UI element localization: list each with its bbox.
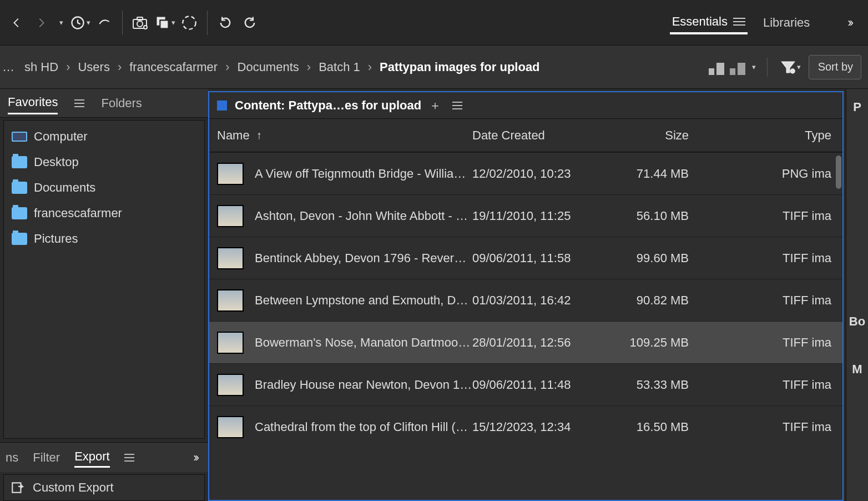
workspace-menu-icon[interactable] <box>733 16 745 28</box>
more-bottom-tabs[interactable]: ›› <box>193 450 197 465</box>
cell-size: 90.82 MB <box>600 293 705 308</box>
favorites-menu-icon[interactable] <box>74 99 84 107</box>
tab-favorites[interactable]: Favorites <box>8 92 58 114</box>
more-workspaces-button[interactable]: ›› <box>847 16 851 30</box>
favorites-item[interactable]: Computer <box>4 124 204 149</box>
scrollbar-thumb[interactable] <box>836 156 841 189</box>
collapsed-panel-bo[interactable]: Bo <box>849 314 865 329</box>
tab-truncated[interactable]: ns <box>6 450 18 465</box>
collapsed-panel-p[interactable]: P <box>853 100 861 114</box>
cell-date: 01/03/2011, 16:42 <box>472 293 600 308</box>
col-header-size[interactable]: Size <box>600 128 705 143</box>
cell-size: 56.10 MB <box>600 209 705 223</box>
favorites-item[interactable]: Documents <box>4 175 204 201</box>
favorites-item-label: Documents <box>34 181 95 195</box>
cell-name: Between Lympstone and Exmouth, Dev… <box>255 293 472 308</box>
tab-folders[interactable]: Folders <box>101 93 142 114</box>
get-photos-button[interactable] <box>128 11 153 35</box>
bc-divider <box>767 58 768 77</box>
rotate-cw-button[interactable] <box>238 11 262 35</box>
nav-forward-button[interactable] <box>29 11 53 35</box>
thumbnail-icon <box>217 374 244 396</box>
table-row[interactable]: A View off Teignmouth Bridge - William…1… <box>209 152 842 194</box>
export-menu-icon[interactable] <box>124 454 134 462</box>
cell-name: Bowerman's Nose, Manaton Dartmoor -… <box>255 335 472 350</box>
cell-size: 71.44 MB <box>600 167 705 181</box>
breadcrumb-root[interactable]: sh HD <box>21 60 62 74</box>
table-row[interactable]: Cathedral from the top of Clifton Hill (… <box>209 405 842 448</box>
bottom-panel-tabs: ns Filter Export ›› <box>0 442 208 472</box>
cell-name: Cathedral from the top of Clifton Hill (… <box>255 420 472 434</box>
folder-icon <box>12 207 27 219</box>
workspace-essentials-label: Essentials <box>672 14 728 29</box>
svg-point-11 <box>791 69 795 73</box>
content-title: Content: Pattypa…es for upload <box>235 98 421 113</box>
breadcrumb-item[interactable]: Documents <box>234 60 302 74</box>
thumb-quality-icon[interactable] <box>709 59 724 75</box>
sort-asc-icon: ↑ <box>256 129 262 142</box>
tab-export[interactable]: Export <box>74 447 110 468</box>
cell-date: 19/11/2010, 11:25 <box>472 209 600 223</box>
content-header: Content: Pattypa…es for upload ＋ <box>209 92 842 119</box>
cell-size: 99.60 MB <box>600 251 705 265</box>
sort-button[interactable]: Sort by <box>809 55 861 79</box>
cell-date: 15/12/2023, 12:34 <box>472 420 600 434</box>
nav-dropdown[interactable]: ▾ <box>53 11 68 35</box>
table-row[interactable]: Ashton, Devon - John White Abbott - 46…1… <box>209 194 842 237</box>
boomerang-button[interactable] <box>92 11 117 35</box>
chevron-right-icon: › <box>118 60 122 74</box>
svg-point-9 <box>183 16 195 29</box>
cell-type: TIFF ima <box>705 420 835 434</box>
chevron-right-icon: › <box>66 60 70 74</box>
content-column-headers: Name ↑ Date Created Size Type <box>209 119 842 152</box>
filter-button[interactable]: ▾ <box>779 55 803 79</box>
add-tab-button[interactable]: ＋ <box>429 97 441 114</box>
breadcrumb-item[interactable]: Users <box>74 60 113 74</box>
recent-button[interactable]: ▾ <box>68 11 92 35</box>
rotate-ccw-button[interactable] <box>213 11 238 35</box>
toolbar-divider <box>122 11 123 35</box>
nav-back-button[interactable] <box>4 11 29 35</box>
collapsed-panel-m[interactable]: M <box>852 362 862 377</box>
aperture-button[interactable] <box>177 11 201 35</box>
left-column: Favorites Folders ComputerDesktopDocumen… <box>0 89 208 501</box>
folder-icon <box>12 233 27 245</box>
table-row[interactable]: Bowerman's Nose, Manaton Dartmoor -…28/0… <box>209 321 842 363</box>
cell-type: TIFF ima <box>705 293 835 308</box>
cell-name: Bentinck Abbey, Devon 1796 - Reverend… <box>255 251 472 265</box>
col-header-type[interactable]: Type <box>705 128 835 143</box>
favorites-panel-tabs: Favorites Folders <box>0 89 208 118</box>
cell-date: 12/02/2010, 10:23 <box>472 167 600 181</box>
main-toolbar: ▾ ▾ ▾ Essentials Libraries ›› <box>0 0 868 46</box>
breadcrumb-item[interactable]: francescafarmer <box>126 60 221 74</box>
breadcrumb-item[interactable]: Batch 1 <box>315 60 364 74</box>
cell-size: 16.50 MB <box>600 420 705 434</box>
custom-export-button[interactable]: Custom Export <box>33 480 114 495</box>
thumbnail-icon <box>217 332 244 354</box>
toolbar-divider-2 <box>207 11 208 35</box>
selection-indicator-icon[interactable] <box>217 101 227 111</box>
table-row[interactable]: Bradley House near Newton, Devon 17…09/0… <box>209 363 842 405</box>
favorites-item[interactable]: francescafarmer <box>4 201 204 226</box>
breadcrumb-current[interactable]: Pattypan images for upload <box>376 60 543 74</box>
breadcrumb-ellipsis[interactable]: … <box>0 60 17 74</box>
favorites-item[interactable]: Desktop <box>4 149 204 175</box>
workspace-libraries[interactable]: Libraries <box>761 12 812 33</box>
table-row[interactable]: Bentinck Abbey, Devon 1796 - Reverend…09… <box>209 237 842 279</box>
favorites-item[interactable]: Pictures <box>4 226 204 252</box>
thumb-quality-dropdown[interactable] <box>730 59 745 75</box>
content-rows: A View off Teignmouth Bridge - William…1… <box>209 152 842 500</box>
workspace-essentials[interactable]: Essentials <box>670 11 748 34</box>
thumbnail-icon <box>217 163 244 185</box>
chevron-right-icon: › <box>225 60 229 74</box>
cell-date: 09/06/2011, 11:48 <box>472 378 600 392</box>
svg-rect-3 <box>137 17 143 20</box>
workspace-switcher: Essentials Libraries ›› <box>670 11 864 34</box>
col-header-date[interactable]: Date Created <box>472 128 600 143</box>
tab-filter[interactable]: Filter <box>33 448 60 467</box>
content-menu-icon[interactable] <box>452 102 462 109</box>
table-row[interactable]: Between Lympstone and Exmouth, Dev…01/03… <box>209 279 842 321</box>
computer-icon <box>12 132 27 142</box>
copy-button[interactable]: ▾ <box>153 11 177 35</box>
col-header-name[interactable]: Name ↑ <box>217 128 472 143</box>
